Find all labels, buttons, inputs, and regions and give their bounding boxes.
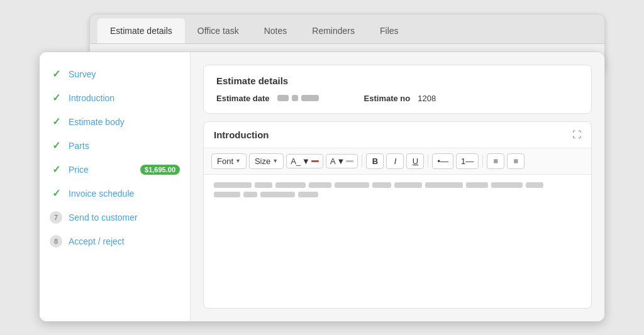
italic-btn[interactable]: I [386, 153, 404, 169]
price-badge: $1,695.00 [140, 165, 180, 175]
sidebar-item-invoice-schedule[interactable]: ✓ Invoice schedule [40, 182, 190, 206]
intro-header: Introduction ⛶ [204, 122, 591, 148]
check-icon-4: ✓ [50, 140, 62, 152]
align-right-btn[interactable]: ≡ [507, 153, 525, 169]
text-seg [275, 182, 306, 188]
sidebar-label-parts: Parts [69, 141, 89, 151]
bullet-list-btn[interactable]: •— [432, 153, 453, 169]
size-label: Size [255, 157, 270, 166]
sidebar-label-invoice-schedule: Invoice schedule [69, 189, 134, 199]
estimate-no-value: 1208 [418, 94, 436, 103]
text-seg [243, 192, 257, 197]
text-line-2 [214, 192, 581, 197]
text-seg [214, 182, 252, 188]
text-seg [491, 182, 523, 188]
top-tabs: Estimate details Office task Notes Remin… [90, 14, 604, 44]
main-content: Estimate details Estimate date Estimate … [191, 52, 604, 321]
bg-color-btn[interactable]: A ▼ [326, 154, 358, 168]
text-seg [372, 182, 391, 188]
bg-color-bar [346, 160, 353, 162]
size-dropdown-arrow: ▼ [272, 158, 278, 164]
sidebar-item-introduction[interactable]: ✓ Introduction [40, 86, 190, 110]
number-badge-8: 8 [50, 235, 62, 248]
font-color-bar [311, 160, 319, 162]
text-seg [298, 192, 318, 197]
intro-body[interactable] [204, 175, 591, 308]
sidebar-item-price[interactable]: ✓ Price $1,695.00 [40, 158, 190, 182]
estimate-date-redacted [277, 95, 319, 101]
sidebar-label-accept-reject: Accept / reject [69, 236, 125, 246]
sidebar-label-price: Price [69, 165, 89, 175]
sidebar-item-send-to-customer[interactable]: 7 Send to customer [40, 206, 190, 229]
text-seg [526, 182, 543, 188]
estimate-no-label: Estimate no [364, 94, 411, 103]
bg-color-a: A [330, 157, 336, 166]
font-dropdown[interactable]: Font ▼ [211, 153, 247, 169]
estimate-details-card: Estimate details Estimate date Estimate … [203, 65, 592, 114]
font-color-a: A_ [291, 157, 301, 166]
tab-estimate-details[interactable]: Estimate details [97, 18, 185, 43]
text-content [214, 182, 581, 197]
estimate-details-title: Estimate details [216, 75, 579, 86]
tab-reminders[interactable]: Reminders [299, 18, 367, 43]
tab-notes[interactable]: Notes [252, 18, 300, 43]
tab-office-task[interactable]: Office task [185, 18, 252, 43]
sidebar-label-estimate-body: Estimate body [69, 117, 125, 127]
text-seg [335, 182, 369, 188]
bg-color-arrow: ▼ [337, 157, 345, 166]
toolbar-separator-3 [482, 155, 483, 167]
text-seg [466, 182, 488, 188]
sidebar-label-send-to-customer: Send to customer [69, 212, 138, 222]
font-color-arrow: ▼ [302, 157, 310, 166]
sidebar-item-survey[interactable]: ✓ Survey [40, 62, 190, 86]
font-dropdown-arrow: ▼ [235, 158, 241, 164]
text-seg [425, 182, 463, 188]
text-seg [309, 182, 331, 188]
sidebar-item-estimate-body[interactable]: ✓ Estimate body [40, 110, 190, 134]
check-icon-3: ✓ [50, 116, 62, 128]
align-left-btn[interactable]: ≡ [487, 153, 504, 169]
tab-files[interactable]: Files [367, 18, 411, 43]
text-seg [214, 192, 240, 197]
check-icon: ✓ [50, 68, 62, 80]
sidebar: ✓ Survey ✓ Introduction ✓ Estimate body … [40, 52, 191, 321]
check-icon-5: ✓ [50, 163, 62, 176]
font-label: Font [217, 157, 233, 166]
toolbar-separator-2 [428, 155, 428, 167]
expand-icon[interactable]: ⛶ [572, 129, 581, 140]
introduction-card: Introduction ⛶ Font ▼ Size ▼ A_ ▼ [203, 121, 592, 309]
check-icon-6: ✓ [50, 187, 62, 200]
sidebar-label-survey: Survey [69, 69, 96, 79]
toolbar-separator-1 [362, 155, 362, 167]
number-badge-7: 7 [50, 211, 62, 224]
sidebar-item-accept-reject[interactable]: 8 Accept / reject [40, 229, 190, 253]
text-seg [255, 182, 272, 188]
estimate-details-row: Estimate date Estimate no 1208 [216, 94, 579, 103]
check-icon-2: ✓ [50, 92, 62, 104]
bold-btn[interactable]: B [366, 153, 384, 169]
text-line-1 [214, 182, 581, 188]
font-color-btn[interactable]: A_ ▼ [286, 154, 323, 168]
text-seg [260, 192, 295, 197]
text-seg [394, 182, 422, 188]
estimate-date-label: Estimate date [216, 94, 270, 103]
sidebar-label-introduction: Introduction [69, 93, 114, 103]
main-card: ✓ Survey ✓ Introduction ✓ Estimate body … [39, 52, 605, 322]
sidebar-item-parts[interactable]: ✓ Parts [40, 134, 190, 158]
size-dropdown[interactable]: Size ▼ [249, 153, 284, 169]
intro-title: Introduction [214, 129, 269, 140]
toolbar: Font ▼ Size ▼ A_ ▼ A ▼ [204, 148, 591, 175]
underline-btn[interactable]: U [406, 153, 424, 169]
num-list-btn[interactable]: 1— [456, 153, 479, 169]
